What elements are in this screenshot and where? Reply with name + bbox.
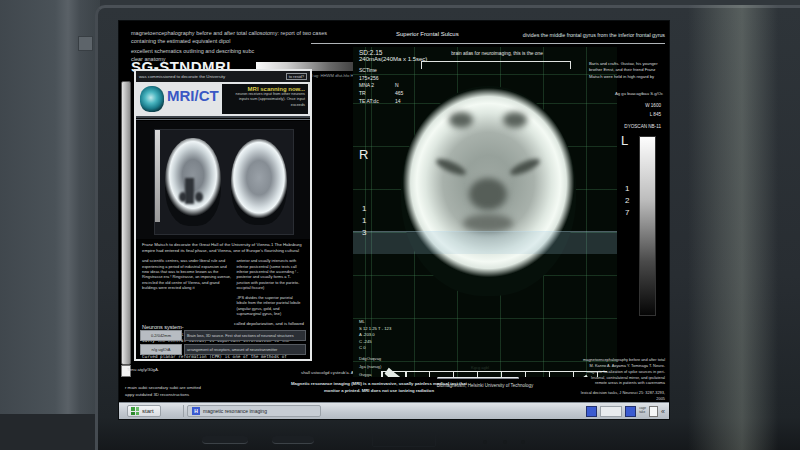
start-flag-icon bbox=[131, 407, 139, 415]
param-matrix: 175×256 bbox=[359, 75, 427, 83]
param-sd: SD:2.15 bbox=[359, 49, 427, 56]
article-col-left: and scientific centres, was under libera… bbox=[142, 258, 231, 291]
window-width-value: W 1600 bbox=[645, 103, 661, 108]
chin-vent-1 bbox=[202, 436, 248, 444]
tray-icon-blue-2[interactable] bbox=[625, 406, 636, 417]
anime-monitor-scene: magnetoencephalography before and after … bbox=[0, 0, 800, 450]
screen: magnetoencephalography before and after … bbox=[118, 20, 670, 420]
system-tray: cage take « bbox=[586, 405, 665, 417]
article-paragraph: Franz Matsch to decorate the Great Hall … bbox=[142, 242, 304, 254]
mri-app-icon: H bbox=[192, 407, 200, 415]
atlas-caption: brain atlas for neuroimaging, this is th… bbox=[403, 51, 591, 56]
panel-title-text: was commissioned to decorate the Univers… bbox=[139, 74, 225, 79]
note-omitted: r main aubii secondary subii are omitted… bbox=[125, 385, 255, 399]
taskbar-separator bbox=[183, 405, 184, 417]
header-rule bbox=[311, 43, 665, 44]
slice-digits-left: 1 1 3 bbox=[362, 203, 366, 239]
right-column-paragraph: Barts and crafts. Gustav, his younger br… bbox=[589, 61, 665, 80]
article-col-right-2: -IPS divides the superior parietal lobul… bbox=[236, 295, 304, 317]
taskbar-item-mri[interactable]: H magnetic resonance imaging bbox=[187, 405, 321, 417]
scanline-highlight bbox=[353, 231, 617, 254]
thumbnail-frame bbox=[154, 129, 294, 235]
browser-panel: was commissioned to decorate the Univers… bbox=[134, 69, 312, 361]
chin-vent-2 bbox=[272, 436, 314, 444]
param-sctime: SCTime bbox=[359, 67, 427, 75]
field-row: n/g uglOtA arrangement of receptors, amo… bbox=[140, 344, 306, 355]
tray-page-icon[interactable] bbox=[649, 406, 658, 417]
article-col-right-1: anterior and usually intersects with inf… bbox=[236, 258, 304, 291]
wall-background bbox=[0, 0, 100, 450]
thumbnail-strip bbox=[136, 121, 310, 239]
scan-tags: DdgOvqvag Jga (nanug) Gvgga bbox=[359, 355, 381, 377]
panel-footer-note: called depolarization, and is followed bbox=[234, 321, 304, 326]
thumbnail-divider bbox=[155, 130, 160, 222]
citation-block: magnetoencephalography before and after … bbox=[573, 357, 665, 402]
panel-logo-row: MRI/CT MRI scanning now... neuron receiv… bbox=[136, 82, 310, 116]
scan-inline-tag: Kgcg agbl bbox=[471, 365, 489, 370]
field-value[interactable]: Brain loss, 3D source. First shot sectio… bbox=[184, 330, 306, 341]
atlas-bracket bbox=[421, 61, 571, 69]
param-row: TE AT:dc 14 bbox=[359, 98, 427, 106]
panel-divider-2 bbox=[136, 119, 310, 120]
field-row: 0.2/042mm Brain loss, 3D source. First s… bbox=[140, 330, 306, 341]
mrict-logo: MRI/CT bbox=[167, 87, 219, 104]
desk-shadow bbox=[0, 414, 100, 450]
mri-thumbnail-coronal[interactable] bbox=[165, 138, 221, 226]
monitor-button-3[interactable] bbox=[521, 440, 525, 444]
param-row: MNA 2 N bbox=[359, 82, 427, 90]
note-left: Tenu atgly/30gA. bbox=[127, 367, 159, 374]
tray-status-box[interactable] bbox=[600, 406, 622, 417]
article-columns: and scientific centres, was under libera… bbox=[142, 258, 304, 321]
device-name: DYOSCAN NB-11 bbox=[624, 124, 661, 129]
panel-field-rows: 0.2/042mm Brain loss, 3D source. First s… bbox=[140, 327, 306, 355]
scan-status-box: MRI scanning now... neuron receives inpu… bbox=[222, 84, 308, 114]
tray-text: cage take bbox=[639, 407, 646, 414]
brain-icon bbox=[140, 86, 164, 112]
right-column-line: Ag gu buacagtbau S.g/Oc bbox=[615, 91, 663, 96]
scan-status-sub2: inputs sum (approximately). Once input e… bbox=[225, 97, 305, 108]
wall-switch bbox=[78, 36, 93, 51]
window-level-value: L 845 bbox=[650, 112, 661, 117]
page-scrollbar[interactable] bbox=[121, 81, 131, 365]
header-center-label: Superior Frontal Sulcus bbox=[396, 31, 459, 37]
acquisition-params: SD:2.15 240mAs(240Ma x 1.5sec) SCTime 17… bbox=[359, 49, 427, 105]
taskbar: start H magnetic resonance imaging cage … bbox=[119, 402, 669, 419]
param-mas: 240mAs(240Ma x 1.5sec) bbox=[359, 56, 427, 62]
tray-icon-blue-1[interactable] bbox=[586, 406, 597, 417]
monitor-button-1[interactable] bbox=[483, 440, 487, 444]
start-button[interactable]: start bbox=[127, 405, 161, 417]
monitor-button-2[interactable] bbox=[503, 440, 507, 444]
grayscale-window-bar[interactable] bbox=[639, 136, 656, 316]
panel-divider bbox=[136, 116, 310, 118]
citation-ref: lexical decision tasks, J Neurosci 25: 3… bbox=[573, 390, 665, 402]
tray-chevron-icon[interactable]: « bbox=[661, 408, 665, 415]
panel-title-link[interactable]: to resid? bbox=[286, 73, 307, 80]
mri-thumbnail-axial[interactable] bbox=[231, 139, 287, 225]
field-badge: n/g uglOtA bbox=[140, 344, 182, 355]
ct-viewport[interactable]: brain atlas for neuroimaging, this is th… bbox=[353, 47, 617, 377]
panel-titlebar[interactable]: was commissioned to decorate the Univers… bbox=[136, 71, 310, 82]
slice-digits-right: 1 2 7 bbox=[625, 183, 629, 219]
coordinate-readout: ML S 12 1.25 T - 123 A -203.0 C -245 C 0 bbox=[359, 319, 391, 352]
orientation-marker-left: L bbox=[621, 133, 628, 148]
param-row: TR 465 bbox=[359, 90, 427, 98]
orientation-marker-right: R bbox=[359, 147, 368, 162]
field-badge: 0.2/042mm bbox=[140, 330, 182, 341]
header-right-label: divides the middle frontal gyrus from th… bbox=[513, 32, 665, 38]
field-value[interactable]: arrangement of receptors, amount of neur… bbox=[184, 344, 306, 355]
chin-label-plate bbox=[372, 432, 436, 447]
